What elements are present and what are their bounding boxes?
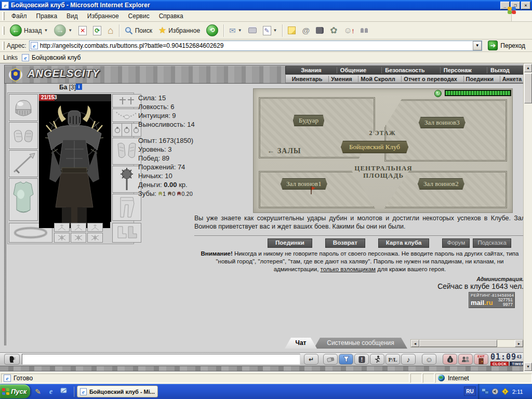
notes-button[interactable] — [285, 23, 299, 38]
quicklaunch-desktop-icon[interactable] — [59, 387, 69, 396]
slot-helmet[interactable] — [9, 94, 38, 121]
back-dropdown-icon[interactable]: ▼ — [44, 28, 48, 33]
angelscity-logo[interactable]: ANGELSCITY — [28, 68, 100, 79]
slot-weapon[interactable] — [9, 150, 38, 177]
scroll-left-icon[interactable]: ◄ — [411, 340, 419, 347]
nav-character[interactable]: Персонаж — [440, 67, 475, 73]
clear-button[interactable] — [323, 354, 338, 365]
scroll-up-icon[interactable]: ▲ — [524, 64, 532, 72]
address-input[interactable] — [38, 42, 473, 49]
slot-earrings[interactable] — [112, 94, 141, 108]
menu-tools[interactable]: Сервис — [124, 11, 154, 21]
rules-button[interactable]: ! — [354, 354, 369, 365]
smilies-button[interactable] — [4, 354, 20, 365]
hackers-link[interactable]: только взломщикам — [321, 266, 376, 272]
refresh-button[interactable]: ⟳ — [90, 23, 104, 38]
menu-view[interactable]: Вид — [62, 11, 83, 21]
nav-profile[interactable]: Анкета — [500, 76, 523, 82]
sound-button[interactable]: ♪ — [401, 354, 416, 365]
address-dropdown-icon[interactable]: ▼ — [473, 41, 482, 50]
chat-horizontal-scrollbar[interactable]: ◄ ► — [410, 339, 523, 348]
banner-warriors-hall-2[interactable]: Зал воинов2 — [418, 178, 464, 190]
scroll-thumb[interactable] — [419, 340, 497, 347]
slot-extra-top-2[interactable] — [71, 223, 86, 232]
close-button[interactable]: ✕ — [521, 2, 530, 9]
slot-extra-bottom-1[interactable] — [54, 233, 70, 243]
duels-button[interactable]: Поединки — [268, 238, 312, 248]
mailru-rating-badge[interactable]: РЕЙТИНГ-819458964 mail.ru 3277519977 — [469, 292, 515, 308]
chat-input[interactable] — [22, 354, 300, 365]
tab-chat[interactable]: Чат — [285, 338, 317, 349]
addressbar-grip[interactable] — [2, 42, 5, 50]
fight-log-button[interactable] — [370, 354, 384, 365]
menu-file[interactable]: Файл — [7, 11, 32, 21]
slot-necklace[interactable] — [112, 109, 141, 122]
slot-rings[interactable] — [112, 123, 141, 137]
volume-icon[interactable] — [491, 388, 499, 395]
nav-knowledge[interactable]: Знания — [298, 67, 324, 73]
nav-inventory[interactable]: Инвентарь — [290, 76, 325, 82]
map-refresh-icon[interactable]: ↻ — [434, 90, 442, 97]
slot-gloves[interactable] — [112, 138, 141, 165]
edit-button[interactable]: ✎ ▼ — [260, 23, 281, 38]
slot-extra-bottom-3[interactable] — [87, 233, 103, 243]
slot-extra-bottom-2[interactable] — [71, 233, 86, 243]
start-button[interactable]: Пуск — [0, 384, 30, 398]
club-map-button[interactable]: Карта клуба — [378, 238, 430, 248]
hint-button[interactable]: Подсказка — [473, 238, 511, 248]
scroll-right-icon[interactable]: ► — [515, 340, 523, 347]
toolbar-grip-2[interactable] — [2, 26, 5, 35]
journal-button[interactable] — [313, 23, 327, 38]
return-button[interactable]: Возврат — [325, 238, 365, 248]
nav-scroll[interactable]: Мой Скролл — [358, 76, 397, 82]
tray-clock[interactable]: 2:11 — [512, 389, 523, 395]
nav-duels[interactable]: Поединки — [463, 76, 496, 82]
character-name[interactable]: Ба — [59, 84, 67, 91]
tab-system-messages[interactable]: Системные сообщения — [314, 338, 407, 349]
info-icon[interactable]: i — [76, 84, 82, 90]
slot-ring-1[interactable] — [113, 124, 122, 136]
taskbar-task-button[interactable]: e Бойцовский клуб - Mi... — [77, 385, 158, 397]
mail-dropdown-icon[interactable]: ▼ — [238, 28, 242, 33]
forum-button[interactable]: Форум — [442, 238, 470, 248]
language-indicator[interactable]: RU — [464, 387, 476, 396]
exit-button[interactable]: EXIT — [474, 354, 488, 365]
nav-skills[interactable]: Умения — [328, 76, 354, 82]
browser-vertical-scrollbar[interactable]: ▲ ▼ — [523, 63, 532, 371]
money-button[interactable]: i — [443, 354, 457, 365]
slot-leggings[interactable] — [112, 194, 141, 221]
slot-mace[interactable] — [112, 166, 141, 193]
network-icon[interactable] — [482, 388, 489, 395]
banner-boudoir[interactable]: Будуар — [293, 115, 324, 126]
banner-warriors-hall-1[interactable]: Зал воинов1 — [281, 178, 327, 190]
banner-fighting-club[interactable]: Бойцовский Клуб — [341, 141, 408, 153]
slot-boots[interactable] — [112, 223, 141, 243]
mailru-agent-button[interactable]: @ — [299, 23, 313, 38]
filter-button[interactable] — [339, 354, 353, 365]
go-button[interactable]: ➔ Переход — [485, 39, 528, 51]
menu-edit[interactable]: Правка — [32, 11, 62, 21]
slot-extra-top-3[interactable] — [87, 223, 103, 232]
messenger-button[interactable] — [357, 23, 371, 38]
back-button[interactable]: ← Назад ▼ — [7, 23, 51, 38]
send-button[interactable]: ↵ — [304, 354, 318, 365]
alert-icon[interactable]: ? — [501, 388, 509, 395]
map-halls-label[interactable]: ← ЗАЛЫ — [261, 147, 308, 155]
forward-button[interactable]: → ▼ — [51, 23, 75, 38]
nav-transfers[interactable]: Отчет о переводах — [401, 76, 459, 82]
toolbar-grip[interactable] — [2, 12, 5, 20]
smiley-tool-button[interactable]: ☺! — [340, 23, 357, 38]
emotions-button[interactable]: ☺ — [422, 354, 436, 365]
vertical-scroll-thumb[interactable] — [524, 73, 532, 103]
nav-communication[interactable]: Общение — [337, 67, 369, 73]
nav-security[interactable]: Безопасность — [381, 67, 428, 73]
links-item[interactable]: e Бойцовский клуб — [22, 54, 81, 61]
banner-warriors-hall-3[interactable]: Зал воинов3 — [419, 117, 466, 128]
menu-favorites[interactable]: Избранное — [83, 11, 124, 21]
quicklaunch-pencil-icon[interactable]: ✎ — [33, 387, 43, 396]
private-button[interactable] — [458, 354, 473, 365]
favorites-button[interactable]: ★ Избранное — [155, 23, 203, 38]
pl-button[interactable]: P/L — [385, 354, 400, 365]
slot-armor[interactable] — [9, 178, 38, 221]
home-button[interactable]: ⌂ — [104, 23, 116, 38]
